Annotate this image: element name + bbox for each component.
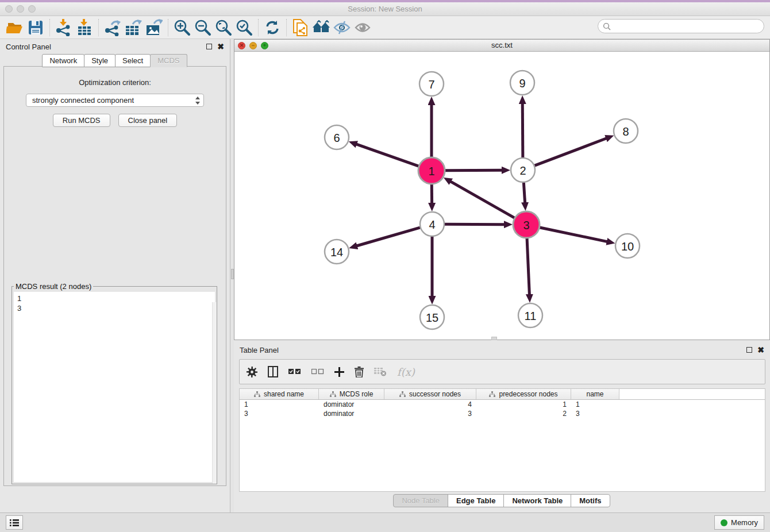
birds-eye-view-button[interactable] [352, 18, 373, 37]
show-column-button[interactable] [268, 366, 278, 377]
edge-2-9[interactable] [522, 103, 523, 157]
tab-node-table[interactable]: Node Table [393, 494, 448, 507]
column-label: name [586, 390, 603, 398]
clone-network-icon [292, 18, 309, 37]
run-mcds-button[interactable]: Run MCDS [53, 114, 110, 127]
delete-table-button[interactable] [374, 367, 387, 376]
delete-column-button[interactable] [355, 367, 364, 377]
network-canvas[interactable]: 7968124314101511 [234, 52, 769, 340]
zoom-fit-button[interactable] [213, 18, 234, 37]
network-resize-grip[interactable] [491, 337, 497, 340]
table-row[interactable]: 3dominator323 [240, 409, 765, 418]
column-header-name[interactable]: name [571, 389, 619, 399]
result-scrollbar[interactable] [212, 302, 217, 484]
edge-3-1[interactable] [451, 182, 514, 218]
tab-select[interactable]: Select [115, 54, 151, 67]
zoom-selected-button[interactable] [234, 18, 255, 37]
zoom-fit-icon [215, 19, 232, 36]
columns-icon [268, 366, 278, 377]
cell-predecessor-nodes[interactable]: 1 [476, 400, 571, 408]
unchecked-boxes-icon [311, 369, 324, 375]
tab-motifs[interactable]: Motifs [571, 494, 610, 507]
close-panel-button[interactable]: Close panel [118, 114, 178, 127]
home-button[interactable] [311, 18, 332, 37]
export-image-icon [145, 19, 163, 36]
tab-mcds[interactable]: MCDS [150, 54, 187, 67]
float-panel-icon[interactable] [206, 44, 212, 49]
export-table-button[interactable] [123, 18, 144, 37]
search-box[interactable] [598, 19, 764, 33]
cell-shared-name[interactable]: 1 [240, 400, 319, 408]
app-titlebar: Session: New Session [0, 2, 770, 16]
column-header-successor-nodes[interactable]: successor nodes [384, 389, 476, 399]
eye-slash-icon [333, 20, 351, 35]
close-panel-icon[interactable]: ✖ [217, 44, 224, 49]
main-toolbar [0, 16, 770, 39]
table-row[interactable]: 1dominator411 [240, 400, 765, 409]
table-settings-button[interactable] [247, 367, 257, 377]
float-table-panel-icon[interactable] [746, 347, 752, 353]
edge-2-3[interactable] [523, 183, 525, 203]
search-icon [603, 22, 611, 30]
gear-icon [247, 367, 257, 377]
zoom-out-button[interactable] [192, 18, 213, 37]
table-tabs: Node TableEdge TableNetwork TableMotifs [234, 494, 770, 507]
edge-4-3[interactable] [445, 224, 505, 225]
mcds-result-group: MCDS result (2 nodes) 13 [11, 282, 217, 484]
refresh-icon [264, 20, 280, 35]
import-network-button[interactable] [53, 18, 74, 37]
edge-1-2[interactable] [445, 170, 502, 171]
open-file-button[interactable] [5, 18, 25, 37]
edge-3-11[interactable] [527, 238, 529, 295]
edge-3-10[interactable] [540, 228, 607, 242]
tab-network[interactable]: Network [42, 54, 84, 67]
tab-style[interactable]: Style [84, 54, 116, 67]
network-close-button[interactable]: ✕ [238, 42, 245, 49]
node-label: 3 [523, 219, 529, 232]
node-label: 2 [519, 164, 526, 177]
network-minimize-button[interactable]: − [249, 42, 257, 49]
export-image-button[interactable] [144, 18, 164, 37]
select-all-columns-button[interactable] [288, 369, 301, 375]
cell-name[interactable]: 1 [571, 400, 619, 408]
edge-2-8[interactable] [535, 138, 607, 165]
network-window: ✕ − + scc.txt 7968124314101511 [234, 39, 770, 340]
column-header-predecessor-nodes[interactable]: predecessor nodes [476, 389, 571, 399]
clone-network-button[interactable] [290, 18, 311, 37]
zoom-in-button[interactable] [172, 18, 192, 37]
function-builder-button[interactable]: f(x) [397, 366, 415, 378]
edge-4-14[interactable] [357, 228, 420, 246]
cell-mcds-role[interactable]: dominator [319, 400, 384, 408]
vertical-splitter[interactable] [230, 39, 234, 512]
edge-1-6[interactable] [356, 144, 418, 166]
column-header-mcds-role[interactable]: MCDS role [319, 389, 384, 399]
mcds-panel: Optimization criterion: strongly connect… [3, 66, 226, 486]
deselect-all-columns-button[interactable] [311, 369, 324, 375]
save-session-button[interactable] [25, 18, 46, 37]
hide-details-button[interactable] [332, 18, 352, 37]
cell-successor-nodes[interactable]: 4 [384, 400, 476, 408]
optimization-select[interactable]: strongly connected component [26, 94, 204, 107]
refresh-layout-button[interactable] [262, 18, 283, 37]
add-column-button[interactable] [334, 367, 344, 377]
eye-icon [355, 20, 371, 35]
task-history-button[interactable] [6, 515, 23, 530]
home-icon [312, 20, 330, 35]
node-label: 6 [333, 132, 340, 144]
optimization-label: Optimization criterion: [4, 78, 226, 87]
close-table-panel-icon[interactable]: ✖ [757, 347, 764, 353]
search-input[interactable] [611, 21, 764, 32]
cell-mcds-role[interactable]: dominator [319, 410, 384, 418]
memory-button[interactable]: Memory [714, 515, 764, 530]
column-header-shared-name[interactable]: shared name [240, 389, 319, 399]
cell-successor-nodes[interactable]: 3 [384, 410, 476, 418]
import-table-button[interactable] [74, 18, 95, 37]
network-maximize-button[interactable]: + [261, 42, 268, 49]
node-label: 7 [428, 78, 434, 91]
tab-edge-table[interactable]: Edge Table [448, 494, 504, 507]
cell-name[interactable]: 3 [571, 410, 619, 418]
export-network-button[interactable] [102, 18, 123, 37]
tab-network-table[interactable]: Network Table [503, 494, 571, 507]
cell-predecessor-nodes[interactable]: 2 [476, 410, 571, 418]
cell-shared-name[interactable]: 3 [240, 410, 319, 418]
